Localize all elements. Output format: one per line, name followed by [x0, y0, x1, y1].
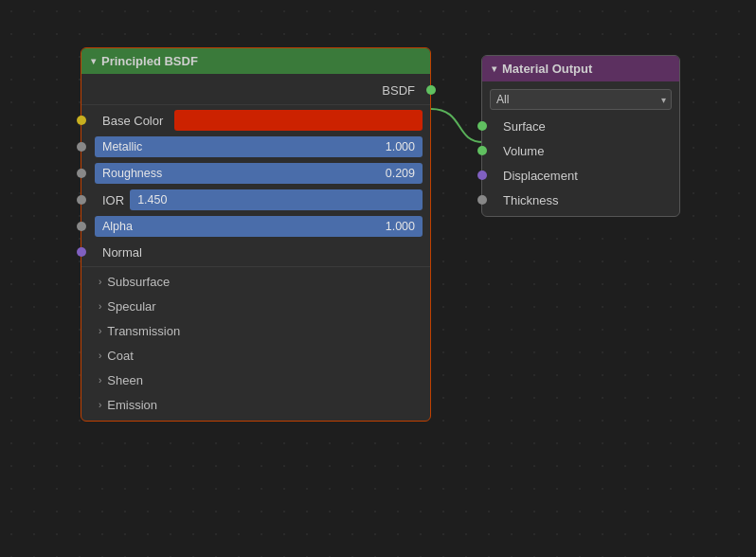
coat-label: Coat: [107, 349, 133, 363]
principled-bsdf-header[interactable]: ▾ Principled BSDF: [81, 48, 430, 74]
base-color-label: Base Color: [102, 114, 163, 128]
ior-socket[interactable]: [77, 195, 86, 205]
metallic-socket[interactable]: [77, 142, 86, 152]
roughness-label: Roughness: [102, 167, 162, 180]
target-select[interactable]: All Cycles EEVEE: [490, 89, 672, 110]
metallic-label: Metallic: [102, 140, 142, 153]
bsdf-output-row: BSDF: [81, 78, 430, 102]
coat-section[interactable]: › Coat: [81, 343, 430, 368]
surface-label: Surface: [503, 119, 546, 134]
material-collapse-icon[interactable]: ▾: [492, 63, 496, 74]
surface-row: Surface: [482, 114, 679, 138]
transmission-section[interactable]: › Transmission: [81, 318, 430, 343]
subsurface-section[interactable]: › Subsurface: [81, 269, 430, 294]
metallic-row: Metallic 1.000: [81, 134, 430, 160]
transmission-chevron: ›: [99, 326, 101, 336]
principled-bsdf-title: Principled BSDF: [101, 54, 198, 68]
base-color-row: Base Color: [81, 107, 430, 134]
alpha-field[interactable]: Alpha 1.000: [95, 216, 423, 237]
transmission-label: Transmission: [107, 324, 180, 338]
displacement-socket[interactable]: [477, 171, 487, 180]
metallic-value: 1.000: [386, 140, 415, 153]
ior-value: 1.450: [137, 193, 167, 207]
subsurface-chevron: ›: [99, 277, 101, 287]
emission-chevron: ›: [99, 400, 101, 410]
displacement-row: Displacement: [482, 163, 679, 188]
alpha-label: Alpha: [102, 220, 133, 233]
ior-label: IOR: [102, 193, 124, 207]
principled-bsdf-node: ▾ Principled BSDF BSDF Base Color Metall…: [81, 47, 431, 422]
principled-bsdf-body: BSDF Base Color Metallic 1.000: [81, 74, 430, 421]
base-color-socket[interactable]: [77, 116, 86, 125]
material-output-title: Material Output: [502, 62, 592, 76]
thickness-row: Thickness: [482, 188, 679, 212]
material-output-body: All Cycles EEVEE ▾ Surface Volume Displa…: [482, 81, 679, 216]
roughness-socket[interactable]: [77, 169, 86, 178]
roughness-row: Roughness 0.209: [81, 160, 430, 187]
alpha-socket[interactable]: [77, 222, 86, 231]
specular-section[interactable]: › Specular: [81, 294, 430, 318]
ior-field[interactable]: 1.450: [130, 189, 423, 210]
alpha-value: 1.000: [386, 220, 415, 233]
thickness-label: Thickness: [503, 193, 559, 207]
volume-row: Volume: [482, 138, 679, 163]
coat-chevron: ›: [99, 350, 101, 361]
bsdf-output-label: BSDF: [382, 83, 415, 98]
roughness-field[interactable]: Roughness 0.209: [95, 163, 423, 184]
subsurface-label: Subsurface: [107, 275, 170, 289]
collapse-icon[interactable]: ▾: [91, 56, 96, 66]
sheen-chevron: ›: [99, 375, 101, 386]
material-output-header[interactable]: ▾ Material Output: [482, 56, 679, 81]
metallic-field[interactable]: Metallic 1.000: [95, 136, 423, 157]
normal-label: Normal: [102, 245, 142, 260]
bsdf-output-socket[interactable]: [426, 85, 436, 95]
emission-label: Emission: [107, 398, 157, 412]
divider2: [81, 266, 430, 267]
material-output-node: ▾ Material Output All Cycles EEVEE ▾ Sur…: [481, 55, 680, 217]
sheen-label: Sheen: [107, 373, 143, 387]
node-editor-workspace: ▾ Principled BSDF BSDF Base Color Metall…: [0, 0, 756, 557]
sheen-section[interactable]: › Sheen: [81, 368, 430, 392]
ior-row: IOR 1.450: [81, 187, 430, 213]
divider: [81, 104, 430, 105]
thickness-socket[interactable]: [477, 195, 487, 205]
target-select-wrapper[interactable]: All Cycles EEVEE ▾: [490, 89, 672, 110]
displacement-label: Displacement: [503, 169, 578, 183]
normal-row: Normal: [81, 240, 430, 264]
volume-socket[interactable]: [477, 146, 487, 155]
specular-chevron: ›: [99, 301, 101, 312]
volume-label: Volume: [503, 144, 544, 158]
base-color-field[interactable]: [174, 110, 423, 131]
emission-section[interactable]: › Emission: [81, 392, 430, 417]
normal-socket[interactable]: [77, 247, 86, 257]
roughness-value: 0.209: [386, 167, 415, 180]
specular-label: Specular: [107, 299, 155, 314]
alpha-row: Alpha 1.000: [81, 213, 430, 240]
surface-socket[interactable]: [477, 121, 487, 131]
